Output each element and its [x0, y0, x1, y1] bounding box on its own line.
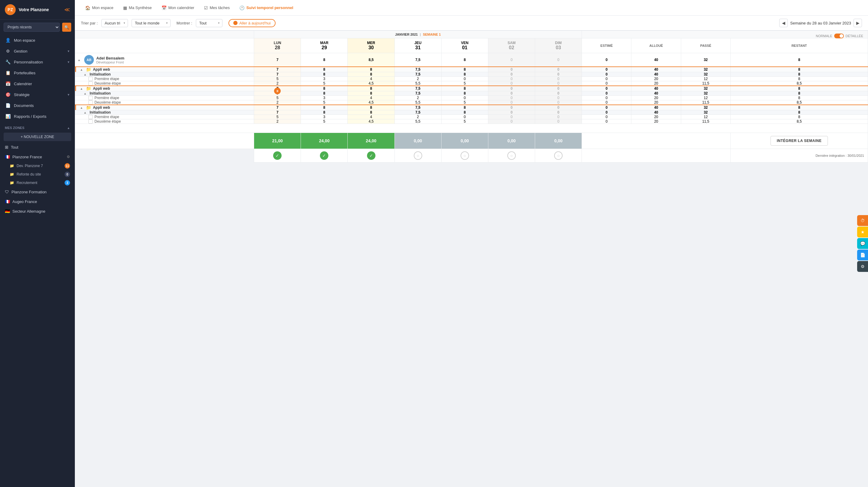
home-icon: 🏠: [85, 5, 90, 10]
folder-project-icon: 📁: [86, 105, 91, 110]
proj2-lun: 7 ⏸: [254, 86, 301, 91]
tab-mon-calendrier[interactable]: 📅 Mon calendrier: [157, 3, 198, 13]
right-star-icon[interactable]: ★: [857, 227, 868, 237]
tab-suivi-temporel[interactable]: 🕐 Suivi temporel personnel: [235, 3, 297, 13]
header-restant: RESTANT: [731, 38, 868, 53]
project-search-select[interactable]: Projets récents: [4, 23, 60, 32]
badge-refonte: 0: [65, 172, 70, 177]
task-checkbox-2-1[interactable]: [88, 96, 93, 100]
top-navigation: 🏠 Mon espace ▦ Ma Synthèse 📅 Mon calendr…: [75, 0, 868, 16]
sidebar-item-strategie[interactable]: 🎯 Stratégie ▼: [0, 89, 75, 100]
sidebar-logo: PZ Votre Planzone: [5, 4, 49, 15]
expand-phase-2-button[interactable]: ▲: [84, 92, 87, 95]
sidebar-item-gestion[interactable]: ⚙ Gestion ▼: [0, 46, 75, 57]
chevron-down-icon: ▼: [67, 50, 70, 53]
proj1-mer: 8: [348, 67, 395, 72]
main-content: 🏠 Mon espace ▦ Ma Synthèse 📅 Mon calendr…: [75, 0, 868, 487]
sidebar-item-augeo-france[interactable]: 🇫🇷 Augeo France: [0, 197, 75, 206]
project-row-2: ▲ 📁 Appli web 7 ⏸ 8 8 7,5 8: [75, 86, 868, 91]
settings-zone-icon[interactable]: ⚙: [67, 155, 70, 159]
sidebar: PZ Votre Planzone ≪ Projets récents 🔍 👤 …: [0, 0, 75, 487]
expand-person-button[interactable]: ▲: [78, 58, 81, 62]
tab-ma-synthese[interactable]: ▦ Ma Synthèse: [119, 3, 156, 13]
task-checkbox-3-1[interactable]: [88, 115, 93, 119]
task-checkbox-3-2[interactable]: [88, 119, 93, 123]
calendar-nav-icon: 📅: [161, 5, 166, 10]
check-dim: ○: [535, 149, 582, 163]
scope-select[interactable]: Tout le monde Moi uniquement: [132, 19, 170, 27]
today-button[interactable]: Aller à aujourd'hui: [228, 19, 276, 27]
clock-icon: 🕐: [239, 5, 245, 10]
toolbar: Trier par : Aucun tri Projet Tâche Tout …: [75, 16, 868, 30]
check-mer-icon[interactable]: ✓: [367, 151, 375, 160]
prev-week-button[interactable]: ◀: [779, 19, 788, 27]
task-checkbox-1-1[interactable]: [88, 77, 93, 81]
right-chat-icon[interactable]: 💬: [857, 238, 868, 249]
expand-project-2-button[interactable]: ▲: [80, 87, 83, 90]
sidebar-item-rapports[interactable]: 📊 Rapports / Exports: [0, 111, 75, 122]
integrate-button[interactable]: INTÉGRER LA SEMAINE: [771, 136, 828, 146]
right-settings-icon[interactable]: ⚙: [857, 261, 868, 272]
expand-project-3-button[interactable]: ▲: [80, 106, 83, 109]
montrer-select-wrapper: Tout En cours Terminé: [196, 19, 222, 27]
sub-folder-dev-planzone[interactable]: 📁 Dev. Planzone 7 11: [0, 162, 75, 170]
check-dim-icon[interactable]: ○: [554, 151, 563, 160]
montrer-select[interactable]: Tout En cours Terminé: [196, 19, 222, 27]
sidebar-item-documents[interactable]: 📄 Documents: [0, 100, 75, 111]
project-name-cell-2: ▲ 📁 Appli web: [75, 86, 254, 91]
normal-view-label: NORMALE: [816, 34, 832, 38]
right-clock-icon[interactable]: ⏱: [857, 215, 868, 226]
sidebar-item-planzone-formation[interactable]: 🛡 Planzone Formation: [0, 187, 75, 197]
view-toggle-track[interactable]: [834, 33, 844, 38]
sidebar-item-calendrier[interactable]: 📅 Calendrier: [0, 78, 75, 89]
header-ven: VEN 01: [441, 38, 488, 53]
check-mar-icon[interactable]: ✓: [320, 151, 329, 160]
week-navigation: ◀ Semaine du 28 au 03 Janvier 2023 ▶: [779, 19, 862, 27]
expand-phase-3-button[interactable]: ▲: [84, 111, 87, 114]
proj1-mar: 8: [301, 67, 348, 72]
collapse-sidebar-icon[interactable]: ≪: [64, 6, 70, 13]
search-button[interactable]: 🔍: [62, 23, 71, 32]
tab-mes-taches[interactable]: ☑ Mes tâches: [200, 3, 234, 13]
time-table: JANVIER 2021 | SEMAINE 1 LUN 28: [75, 30, 868, 163]
right-panel-icons: ⏱ ★ 💬 📄 ⚙: [857, 215, 868, 272]
table-wrapper: NORMALE DÉTAILLÉE JANVIER 2021 | SEMAINE…: [75, 30, 868, 163]
check-lun-icon[interactable]: ✓: [273, 151, 282, 160]
france-flag-icon-2: 🇫🇷: [5, 199, 10, 204]
tab-mon-espace[interactable]: 🏠 Mon espace: [81, 3, 118, 13]
montrer-label: Montrer :: [177, 21, 192, 25]
checkbox-icon: ☑: [204, 5, 208, 10]
sidebar-item-mon-espace[interactable]: 👤 Mon espace: [0, 35, 75, 46]
sidebar-item-personnalisation[interactable]: 🔧 Personnalisation ▼: [0, 57, 75, 67]
task-row-3-1: Première étape 5 3 4 2 0 0 0 0 20 12 8: [75, 115, 868, 119]
expand-phase-1-button[interactable]: ▲: [84, 73, 87, 76]
sub-folder-recrutement[interactable]: 📁 Recrutement 3: [0, 178, 75, 187]
task-checkbox-1-2[interactable]: [88, 81, 93, 86]
task-checkbox-2-2[interactable]: [88, 100, 93, 105]
gear-icon: ⚙: [5, 49, 11, 54]
task-name-3-2: Deuxième étape: [75, 119, 254, 124]
total-ven: 0,00: [441, 133, 488, 149]
total-lun: 21,00: [254, 133, 301, 149]
trier-select[interactable]: Aucun tri Projet Tâche: [101, 19, 128, 27]
check-ven-icon[interactable]: ○: [461, 151, 469, 160]
right-file-icon[interactable]: 📄: [857, 250, 868, 260]
header-dim: DIM 03: [535, 38, 582, 53]
project-name-cell-1: ▲ 📁 Appli web: [75, 67, 254, 72]
sidebar-item-portefeuilles[interactable]: 📋 Portefeuilles: [0, 67, 75, 78]
expand-project-1-button[interactable]: ▲: [80, 68, 83, 71]
check-jeu-icon[interactable]: ○: [414, 151, 422, 160]
sidebar-item-tout[interactable]: ⊞ Tout: [0, 142, 75, 152]
badge-recrutement: 3: [65, 180, 70, 185]
proj1-estime: 0: [582, 67, 631, 72]
sidebar-item-secteur-allemagne[interactable]: 🇩🇪 Secteur Allemagne: [0, 206, 75, 216]
check-sam-icon[interactable]: ○: [507, 151, 516, 160]
task-name-2-2: Deuxième étape: [75, 100, 254, 105]
next-week-button[interactable]: ▶: [854, 19, 862, 27]
chevron-up-icon[interactable]: ▲: [67, 126, 70, 130]
new-zone-button[interactable]: + NOUVELLE ZONE: [4, 133, 71, 141]
sidebar-item-planzone-france[interactable]: 🇫🇷 Planzone France ⚙: [0, 152, 75, 162]
header-alloue: ALLOUÉ: [631, 38, 681, 53]
person-icon: 👤: [5, 38, 11, 42]
sub-folder-refonte[interactable]: 📁 Refonte du site 0: [0, 170, 75, 178]
